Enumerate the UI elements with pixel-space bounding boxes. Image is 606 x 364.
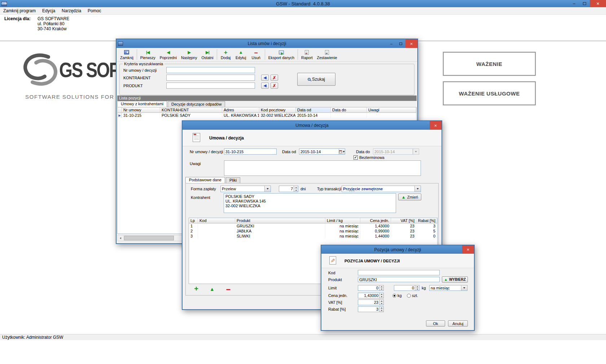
spin-down-button[interactable] <box>379 309 383 312</box>
maximize-button[interactable] <box>579 0 590 7</box>
lista-close-button[interactable]: × <box>405 39 417 48</box>
rabat-input[interactable] <box>358 307 379 312</box>
table-row[interactable]: 3 ŚLIWKI na miesiąc 1,44000 23 0 <box>189 234 437 239</box>
uwagi-textarea[interactable] <box>224 160 421 176</box>
nr-umowy-input[interactable] <box>224 148 277 155</box>
spin-up-button[interactable] <box>415 285 419 288</box>
spin-up-button[interactable] <box>294 186 298 189</box>
wazenie-button[interactable]: WAŻENIE <box>443 52 536 76</box>
column-header-kontrahent[interactable]: KONTRAHENT <box>160 107 222 113</box>
data-od-picker[interactable]: 2015-10-14 <box>299 148 345 155</box>
toolbar-zamknij-button[interactable]: Zamknij <box>118 48 136 61</box>
column-header-rabat[interactable]: Rabat [%] <box>416 218 437 223</box>
column-header-nr-umowy[interactable]: Nr umowy <box>122 107 160 113</box>
tab-decyzje-odpady[interactable]: Decyzje dotyczące odpadów <box>168 101 225 107</box>
spin-up-button[interactable] <box>379 293 383 296</box>
kontrahent-pick-button[interactable]: ◀ <box>261 75 269 81</box>
radio-kg[interactable]: kg <box>392 293 402 298</box>
produkt-search-input[interactable] <box>166 83 255 89</box>
column-header-data-do[interactable]: Data do <box>331 107 367 113</box>
column-header-data-od[interactable]: Data od <box>296 107 331 113</box>
spin-down-button[interactable] <box>379 302 383 305</box>
spin-up-button[interactable] <box>379 285 383 288</box>
scroll-left-button[interactable] <box>118 235 124 241</box>
limit-input-2[interactable] <box>394 285 415 290</box>
menu-edycja[interactable]: Edycja <box>39 8 58 14</box>
anuluj-button[interactable]: Anuluj <box>448 320 468 327</box>
lista-minimize-button[interactable]: – <box>387 39 396 48</box>
column-header-adres[interactable]: Adres <box>222 107 259 113</box>
menu-narzedzia[interactable]: Narzędzia <box>58 8 84 14</box>
edit-item-button[interactable]: ▲ <box>209 286 215 292</box>
typ-transakcji-select[interactable]: Przyjęcie zewnętrzne <box>342 186 421 192</box>
column-header-limit[interactable]: Limit / kg <box>325 218 360 223</box>
kod-input[interactable] <box>358 270 440 275</box>
forma-zaplaty-select[interactable]: Przelew <box>220 186 271 192</box>
toolbar-eksport-button[interactable]: Eksport danych <box>266 48 297 61</box>
toolbar-ostatni-button[interactable]: ▶| Ostatni <box>199 48 215 61</box>
ok-button[interactable]: Ok <box>426 320 445 327</box>
toolbar-dodaj-button[interactable]: + Dodaj <box>218 48 233 61</box>
kontrahent-search-input[interactable] <box>166 75 255 81</box>
nr-umowy-search-input[interactable] <box>166 67 255 73</box>
column-header-kod[interactable]: Kod <box>198 218 235 223</box>
pozycja-close-button[interactable]: × <box>462 245 474 254</box>
toolbar-zestawienie-button[interactable]: Zestawienie <box>315 48 339 61</box>
column-header-vat[interactable]: VAT [%] <box>391 218 416 223</box>
data-od-dropdown-button[interactable] <box>339 149 345 154</box>
column-header-produkt[interactable]: Produkt <box>235 218 325 223</box>
radio-szt[interactable]: szt. <box>407 293 418 298</box>
delete-item-button[interactable]: ▬ <box>225 286 232 292</box>
column-header-lp[interactable]: Lp <box>189 218 198 223</box>
toolbar-raport-button[interactable]: Raport <box>299 48 315 61</box>
last-record-icon: ▶| <box>206 50 209 55</box>
produkt-input[interactable] <box>358 277 440 282</box>
spin-down-button[interactable] <box>294 189 298 192</box>
produkt-pick-button[interactable]: ◀ <box>261 83 269 89</box>
lista-maximize-button[interactable] <box>396 39 405 48</box>
limit-input-1[interactable] <box>358 285 379 290</box>
limit-period-select[interactable]: na miesiąc <box>429 285 467 291</box>
spin-down-button[interactable] <box>379 288 383 290</box>
toolbar-edytuj-button[interactable]: ▲ Edytuj <box>233 48 249 61</box>
kontrahent-clear-button[interactable]: ✗ <box>271 75 278 81</box>
spin-up-button[interactable] <box>379 307 383 309</box>
dni-input[interactable] <box>279 186 294 192</box>
column-header-cena[interactable]: Cena jedn. <box>360 218 391 223</box>
minimize-button[interactable]: – <box>569 0 579 7</box>
bezterminowa-checkbox[interactable]: ✓ Bezterminowa <box>354 155 385 160</box>
tab-pliki[interactable]: Pliki <box>226 177 240 183</box>
column-header-kod-pocztowy[interactable]: Kod pocztowy <box>259 107 296 113</box>
limit-period-dropdown-button[interactable] <box>461 285 467 290</box>
toolbar-poprzedni-button[interactable]: ◀ Poprzedni <box>158 48 179 61</box>
typ-transakcji-dropdown-button[interactable] <box>414 186 421 192</box>
menu-pomoc[interactable]: Pomoc <box>84 8 104 14</box>
tab-umowy-z-kontrahentami[interactable]: Umowy z kontrahentami <box>117 101 167 107</box>
toolbar-nastepny-button[interactable]: ▶ Następny <box>179 48 199 61</box>
forma-zaplaty-dropdown-button[interactable] <box>264 186 271 192</box>
produkt-clear-button[interactable]: ✗ <box>271 83 278 89</box>
spin-down-button[interactable] <box>379 296 383 298</box>
spin-down-button[interactable] <box>415 288 419 290</box>
menu-zamknij-program[interactable]: Zamknij program <box>0 8 39 14</box>
table-row[interactable]: 1 GRUSZKI na miesiąc 1,43000 23 3 <box>189 223 437 228</box>
spin-up-button[interactable] <box>379 300 383 302</box>
tab-podstawowe-dane[interactable]: Podstawowe dane <box>185 177 225 183</box>
column-header-uwagi[interactable]: Uwagi <box>367 107 416 113</box>
cena-input[interactable] <box>358 293 379 298</box>
close-button[interactable]: × <box>590 0 606 7</box>
umowa-close-button[interactable]: × <box>430 121 442 130</box>
szukaj-button[interactable]: Szukaj <box>297 73 335 86</box>
dni-spin-buttons[interactable] <box>294 186 298 192</box>
vat-input[interactable] <box>358 300 379 305</box>
table-row[interactable]: 2 JABŁKA na miesiąc 0,99000 23 5 <box>189 228 437 234</box>
toolbar-usun-button[interactable]: ▬ Usuń <box>249 48 264 61</box>
wybierz-button[interactable]: ▲ WYBIERZ <box>442 276 468 283</box>
add-item-button[interactable]: + <box>193 286 199 292</box>
table-row[interactable]: ▶ 31-10-215 POLSKIE SADY UL. KRAKOWSKA 1… <box>118 113 416 118</box>
scrollbar-thumb[interactable] <box>124 236 174 240</box>
add-icon: + <box>194 287 198 291</box>
wazenie-uslugowe-button[interactable]: WAŻENIE USŁUGOWE <box>443 81 536 105</box>
zmien-button[interactable]: ▲ Zmień <box>398 194 421 200</box>
toolbar-pierwszy-button[interactable]: |◀ Pierwszy <box>138 48 158 61</box>
